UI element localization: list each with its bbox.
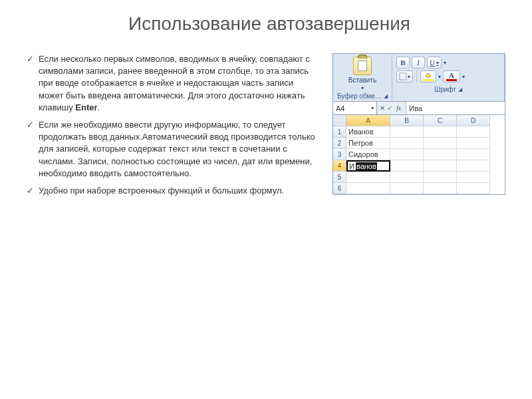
cell[interactable] [424,149,457,160]
chevron-down-icon: ▾ [361,85,364,91]
row-header[interactable]: 1 [333,126,346,138]
row-header[interactable]: 2 [333,138,346,149]
cell[interactable] [390,138,424,149]
formula-bar: A4 ▾ ✕ ✓ fx Ива [333,102,505,115]
col-header[interactable]: A [346,115,390,126]
formula-input[interactable]: Ива [406,102,505,114]
spreadsheet-grid[interactable]: A B C D 1 Иванов 2 Петров [333,115,505,194]
col-header[interactable]: C [424,115,457,126]
clipboard-group: Вставить ▾ Буфер обме… ◢ [333,54,392,101]
chevron-down-icon: ▾ [462,74,465,80]
bullet-text: Удобно при наборе встроенных функций и б… [39,186,284,196]
font-group-label: Шрифт ◢ [434,86,462,93]
chevron-down-icon: ▾ [438,74,441,80]
content-row: Если несколько первых символов, вводимых… [27,53,512,202]
cell[interactable]: Сидоров [346,149,390,160]
cell[interactable] [457,126,490,138]
cell[interactable] [390,172,424,183]
cell[interactable] [346,183,390,194]
key-name: Enter [75,102,97,112]
chevron-down-icon: ▾ [408,74,410,80]
list-item: Удобно при наборе встроенных функций и б… [27,185,319,197]
cell[interactable] [457,138,490,149]
autocomplete-selection: ванов [356,162,377,170]
cell[interactable] [424,126,457,138]
cell[interactable] [424,172,457,183]
cell[interactable] [390,183,424,194]
chevron-down-icon: ▾ [436,60,439,66]
cell[interactable]: Петров [346,138,390,149]
slide: Использование автозавершения Если нескол… [0,0,532,399]
dialog-launcher-icon[interactable]: ◢ [458,86,462,92]
bullet-list-container: Если несколько первых символов, вводимых… [27,53,319,202]
cell[interactable] [457,149,490,160]
cancel-icon[interactable]: ✕ [380,104,385,112]
bullet-text: Если же необходимо ввести другую информа… [39,120,315,178]
chevron-down-icon: ▾ [444,60,446,66]
row-header[interactable]: 6 [333,183,346,194]
formula-buttons: ✕ ✓ fx [377,102,406,114]
cell[interactable] [390,160,424,172]
bullet-list: Если несколько первых символов, вводимых… [27,53,319,197]
slide-title: Использование автозавершения [27,13,512,35]
list-item: Если несколько первых символов, вводимых… [27,53,319,114]
list-item: Если же необходимо ввести другую информа… [27,119,319,180]
row-header[interactable]: 4 [333,160,346,172]
chevron-down-icon: ▾ [371,105,374,111]
italic-button[interactable]: I [412,57,425,68]
paste-icon [353,57,372,75]
cell[interactable] [424,138,457,149]
cell[interactable] [457,183,490,194]
border-button[interactable]: ▾ [396,70,413,82]
col-header[interactable]: B [390,115,424,126]
border-icon [399,72,407,80]
paste-label: Вставить [348,76,376,84]
bold-button[interactable]: B [396,57,410,68]
cell[interactable] [457,172,490,183]
typed-text: И [348,162,356,170]
excel-window: Вставить ▾ Буфер обме… ◢ B I U▾ [332,53,505,195]
confirm-icon[interactable]: ✓ [387,104,392,112]
name-box[interactable]: A4 ▾ [333,102,377,114]
font-group: B I U▾ ▾ ▾ [392,54,505,101]
underline-button[interactable]: U▾ [427,57,442,68]
cell[interactable]: Иванов [346,126,390,138]
fx-button[interactable]: fx [394,104,403,112]
excel-screenshot: Вставить ▾ Буфер обме… ◢ B I U▾ [332,53,505,202]
bullet-text-post: . [98,102,100,112]
cell[interactable] [424,183,457,194]
col-header[interactable]: D [457,115,490,126]
cell-editing[interactable]: Иванов [346,160,390,172]
cell[interactable] [424,160,457,172]
cell[interactable] [390,126,424,138]
select-all-corner[interactable] [333,115,346,126]
clipboard-group-label: Буфер обме… ◢ [337,92,388,100]
cell[interactable] [346,172,390,183]
fill-color-button[interactable] [420,70,436,82]
paste-button[interactable]: Вставить ▾ [349,57,376,91]
row-header[interactable]: 3 [333,149,346,160]
svg-rect-0 [400,73,406,80]
font-color-button[interactable]: A [443,70,460,82]
row-header[interactable]: 5 [333,172,346,183]
ribbon: Вставить ▾ Буфер обме… ◢ B I U▾ [333,54,505,102]
bucket-icon [424,72,432,78]
cell[interactable] [390,149,424,160]
cell[interactable] [457,160,490,172]
dialog-launcher-icon[interactable]: ◢ [384,93,388,99]
